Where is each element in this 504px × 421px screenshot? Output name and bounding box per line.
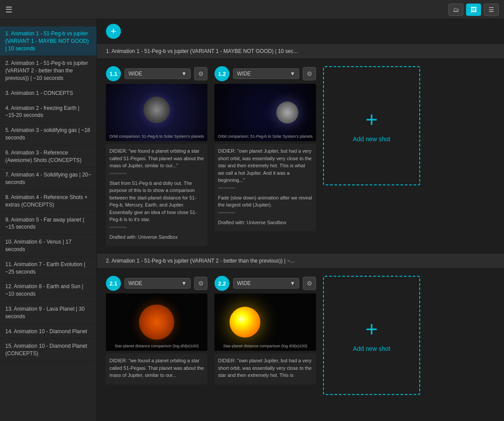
shot-card-2-1: 2.1WIDE▼⚙Star-planet distance comparison… xyxy=(106,276,207,384)
sidebar-item-3[interactable]: 3. Animation 1 - CONCEPTS xyxy=(0,86,97,101)
shot-number-badge: 1.1 xyxy=(106,66,121,81)
add-shot-plus-icon: + xyxy=(365,319,378,340)
sidebar-item-6[interactable]: 6. Animation 3 - Reference (Awesome) Sho… xyxy=(0,146,97,168)
shot-image: Star-planet distance comparison (log d/d… xyxy=(214,293,316,351)
briefcase-button[interactable]: 🗂 xyxy=(448,4,463,16)
sidebar-header xyxy=(0,19,97,26)
sidebar-item-11[interactable]: 11. Animation 7 - Earth Evolution | ~25 … xyxy=(0,257,97,280)
sidebar-item-14[interactable]: 14. Animation 10 - Diamond Planet xyxy=(0,324,97,339)
shot-dropdown[interactable]: WIDE▼ xyxy=(233,278,299,289)
sidebar-item-13[interactable]: 13. Animation 9 - Lava Planet | 30 secon… xyxy=(0,302,97,324)
add-new-shot-button[interactable]: +Add new shot xyxy=(323,276,420,395)
image-caption: Orbit comparison: 51-Peg-b to Solar Syst… xyxy=(106,134,207,139)
menu-icon[interactable]: ☰ xyxy=(5,5,12,15)
sidebar-item-12[interactable]: 12. Animation 8 - Earth and Sun | ~10 se… xyxy=(0,279,97,302)
sidebar: 1. Animation 1 - 51-Peg-b vs jupiter (VA… xyxy=(0,19,97,421)
shot-header-1-1: 1.1WIDE▼⚙ xyxy=(106,66,207,81)
shot-image: Star-planet distance comparison (log d/d… xyxy=(106,293,207,351)
shot-card-1-1: 1.1WIDE▼⚙Orbit comparison: 51-Peg-b to S… xyxy=(106,66,207,246)
add-new-shot-button[interactable]: +Add new shot xyxy=(323,66,420,185)
sidebar-item-7[interactable]: 7. Animation 4 - Solidifying gas | 20~ s… xyxy=(0,168,97,190)
sidebar-item-2[interactable]: 2. Animation 1 - 51-Peg-b vs jupiter (VA… xyxy=(0,56,97,86)
shot-image: Orbit comparison: 51-Peg-b to Solar Syst… xyxy=(214,84,316,141)
image-caption: Star-planet distance comparison (log d/d… xyxy=(106,344,207,348)
shot-gear-icon[interactable]: ⚙ xyxy=(194,67,207,80)
sidebar-item-15[interactable]: 15. Animation 10 - Diamond Planet (CONCE… xyxy=(0,339,97,361)
shot-header-2-1: 2.1WIDE▼⚙ xyxy=(106,276,207,291)
shot-image: Orbit comparison: 51-Peg-b to Solar Syst… xyxy=(106,84,207,141)
image-caption: Orbit comparison: 51-Peg-b to Solar Syst… xyxy=(214,134,316,139)
shot-text: DIDIER: "own planet Jupiter, but had a v… xyxy=(214,353,316,384)
shot-text: DIDIER: "we found a planet orbiting a st… xyxy=(106,144,207,246)
shot-number-badge: 2.2 xyxy=(214,276,229,291)
add-shot-label: Add new shot xyxy=(353,135,391,143)
add-sequence-row: + xyxy=(97,19,504,43)
sidebar-item-5[interactable]: 5. Animation 3 - solidifying gas | ~18 s… xyxy=(0,123,97,146)
shot-dropdown[interactable]: WIDE▼ xyxy=(124,68,191,79)
shot-header-1-2: 1.2WIDE▼⚙ xyxy=(214,66,316,81)
shot-card-2-2: 2.2WIDE▼⚙Star-planet distance comparison… xyxy=(214,276,316,384)
image-caption: Star-planet distance comparison (log d/d… xyxy=(214,344,316,348)
main-layout: 1. Animation 1 - 51-Peg-b vs jupiter (VA… xyxy=(0,19,504,421)
sidebar-item-4[interactable]: 4. Animation 2 - freezing Earth | ~15-20… xyxy=(0,101,97,124)
shot-dropdown[interactable]: WIDE▼ xyxy=(124,278,191,289)
sidebar-item-8[interactable]: 8. Animation 4 - Reference Shots + extra… xyxy=(0,190,97,213)
shot-header-2-2: 2.2WIDE▼⚙ xyxy=(214,276,316,291)
sidebar-item-10[interactable]: 10. Animation 6 - Venus | 17 seconds xyxy=(0,235,97,257)
shot-number-badge: 1.2 xyxy=(214,66,229,81)
shot-dropdown[interactable]: WIDE▼ xyxy=(233,68,299,79)
shot-gear-icon[interactable]: ⚙ xyxy=(303,67,316,80)
sidebar-item-9[interactable]: 9. Animation 5 - Far away planet | ~15 s… xyxy=(0,213,97,235)
add-sequence-button[interactable]: + xyxy=(106,24,121,39)
shot-text: DIDIER: "own planet Jupiter, but had a v… xyxy=(214,144,316,231)
list-button[interactable]: ☰ xyxy=(484,4,499,16)
shot-gear-icon[interactable]: ⚙ xyxy=(194,277,207,290)
shot-text: DIDIER: "we found a planet orbiting a st… xyxy=(106,353,207,384)
add-shot-plus-icon: + xyxy=(365,109,378,130)
shot-number-badge: 2.1 xyxy=(106,276,121,291)
sequence-header-s1: 1. Animation 1 - 51-Peg-b vs jupiter (VA… xyxy=(97,43,504,59)
shot-card-1-2: 1.2WIDE▼⚙Orbit comparison: 51-Peg-b to S… xyxy=(214,66,316,231)
topbar: ☰ 🗂 🖼 ☰ xyxy=(0,0,504,19)
shot-gear-icon[interactable]: ⚙ xyxy=(303,277,316,290)
sequence-header-s2: 2. Animation 1 - 51-Peg-b vs jupiter (VA… xyxy=(97,253,504,269)
shots-row-s2: 2.1WIDE▼⚙Star-planet distance comparison… xyxy=(97,269,504,402)
image-button[interactable]: 🖼 xyxy=(466,4,481,16)
topbar-actions: 🗂 🖼 ☰ xyxy=(448,4,499,16)
shots-row-s1: 1.1WIDE▼⚙Orbit comparison: 51-Peg-b to S… xyxy=(97,59,504,253)
content-area: + 1. Animation 1 - 51-Peg-b vs jupiter (… xyxy=(97,19,504,421)
add-shot-label: Add new shot xyxy=(353,345,391,352)
sidebar-item-1[interactable]: 1. Animation 1 - 51-Peg-b vs jupiter (VA… xyxy=(0,26,97,56)
